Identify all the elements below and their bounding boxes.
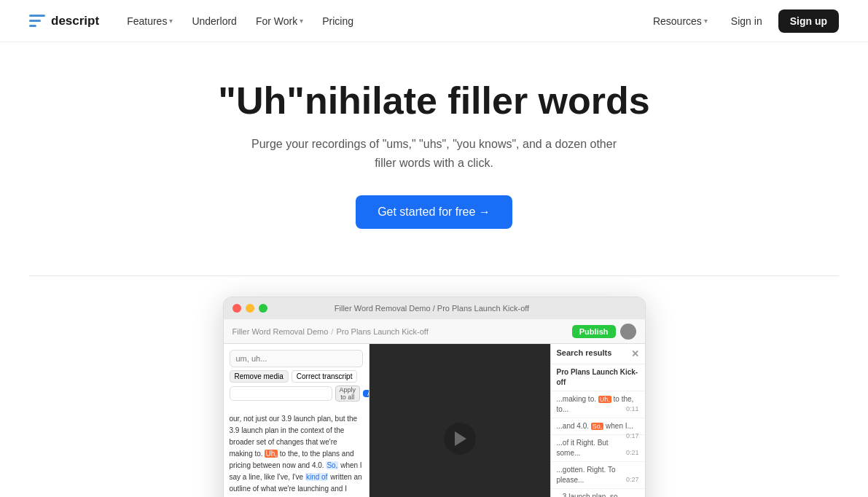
middle-panel: 0:00:00 00:14:11 [370, 344, 550, 497]
timestamp-3: 0:21 [626, 448, 639, 458]
logo-text: descript [51, 14, 99, 28]
timestamp-1: 0:11 [626, 404, 639, 414]
chevron-down-icon-2: ▾ [300, 17, 303, 25]
result-text-2: ...and 4.0. So, when I... [557, 422, 633, 430]
avatar [620, 324, 636, 340]
signup-button[interactable]: Sign up [778, 9, 839, 33]
result-text-1: ...making to. Uh, to the, to... [557, 395, 634, 413]
tab-remove-media[interactable]: Remove media [230, 370, 289, 383]
logo-icon [29, 13, 45, 29]
nav-features[interactable]: Features ▾ [120, 11, 180, 31]
nav-underlord[interactable]: Underlord [184, 11, 243, 31]
window-toolbar: Filler Word Removal Demo / Pro Plans Lau… [224, 319, 645, 344]
apply-button[interactable]: Apply [363, 390, 369, 397]
nav-links: Features ▾ Underlord For Work ▾ Pricing [120, 11, 361, 31]
hero-title: "Uh"nihilate filler words [15, 80, 853, 122]
tab-correct-transcript[interactable]: Correct transcript [292, 370, 358, 383]
cta-button[interactable]: Get started for free → [356, 195, 512, 229]
right-panel-header: Search results ✕ [551, 344, 645, 364]
result-item-4[interactable]: ...gotten. Right. To please... 0:27 [551, 462, 645, 489]
navbar: descript Features ▾ Underlord For Work ▾… [0, 0, 868, 42]
app-window: Filler Word Removal Demo / Pro Plans Lau… [223, 297, 646, 497]
filler-highlight: Uh, [598, 396, 611, 403]
window-titlebar: Filler Word Removal Demo / Pro Plans Lau… [224, 297, 645, 319]
result-item-0[interactable]: Pro Plans Launch Kick-off [551, 364, 645, 391]
result-text-3: ...of it Right. But some... [557, 439, 609, 457]
result-item-5[interactable]: ...3 launch plan, so starting... 0:33 [551, 489, 645, 497]
filler-word-kind: kind of [305, 473, 328, 481]
toolbar-right: Publish [572, 324, 636, 340]
result-item-2[interactable]: ...and 4.0. So, when I... 0:17 [551, 418, 645, 435]
nav-pricing[interactable]: Pricing [315, 11, 361, 31]
timestamp-4: 0:27 [626, 475, 639, 485]
apply-to-all-button[interactable]: Apply to all [335, 386, 361, 402]
nav-right: Resources ▾ Sign in Sign up [646, 9, 839, 33]
close-results-icon[interactable]: ✕ [631, 348, 639, 359]
signin-button[interactable]: Sign in [724, 11, 770, 31]
video-overlay [370, 344, 550, 497]
breadcrumb-current: Pro Plans Launch Kick-off [336, 327, 428, 336]
filler-word-uh: Uh, [265, 450, 278, 458]
screenshot-container: Filler Word Removal Demo / Pro Plans Lau… [0, 276, 868, 497]
window-title: Filler Word Removal Demo / Pro Plans Lau… [228, 304, 636, 313]
results-list: Pro Plans Launch Kick-off ...making to. … [551, 364, 645, 497]
window-content: Remove media Correct transcript Apply to… [224, 344, 645, 497]
timestamp-2: 0:17 [626, 431, 639, 441]
search-area: Remove media Correct transcript Apply to… [224, 344, 369, 407]
chevron-down-icon: ▾ [169, 17, 173, 25]
nav-left: descript Features ▾ Underlord For Work ▾… [29, 11, 361, 31]
nav-for-work[interactable]: For Work ▾ [249, 11, 310, 31]
breadcrumb-root: Filler Word Removal Demo [232, 327, 329, 336]
result-text-0: Pro Plans Launch Kick-off [557, 368, 638, 386]
right-panel: Search results ✕ Pro Plans Launch Kick-o… [550, 344, 645, 497]
logo[interactable]: descript [29, 13, 99, 29]
results-title: Search results [557, 348, 612, 359]
result-text-5: ...3 launch plan, so starting... [557, 493, 618, 497]
transcript-area: our, not just our 3.9 launch plan, but t… [224, 407, 369, 497]
logo-bar-1 [29, 15, 45, 17]
filler-word-so: So, [326, 461, 338, 469]
chevron-down-icon-3: ▾ [704, 17, 708, 25]
publish-button[interactable]: Publish [572, 325, 616, 338]
hero-subtitle: Purge your recordings of "ums," "uhs", "… [245, 135, 624, 172]
logo-bar-3 [29, 25, 36, 27]
nav-resources[interactable]: Resources ▾ [646, 11, 715, 31]
logo-bar-2 [29, 20, 41, 22]
filler-highlight-2: So, [591, 423, 604, 430]
hero-section: "Uh"nihilate filler words Purge your rec… [0, 42, 868, 249]
result-text-4: ...gotten. Right. To please... [557, 466, 616, 484]
breadcrumb: Filler Word Removal Demo / Pro Plans Lau… [232, 327, 429, 336]
result-item-1[interactable]: ...making to. Uh, to the, to... 0:11 [551, 391, 645, 418]
transcript-text: our, not just our 3.9 launch plan, but t… [230, 413, 363, 497]
video-area [370, 344, 550, 497]
replace-input[interactable] [230, 386, 332, 401]
search-input[interactable] [230, 350, 363, 367]
breadcrumb-sep: / [331, 327, 333, 336]
left-panel: Remove media Correct transcript Apply to… [224, 344, 370, 497]
